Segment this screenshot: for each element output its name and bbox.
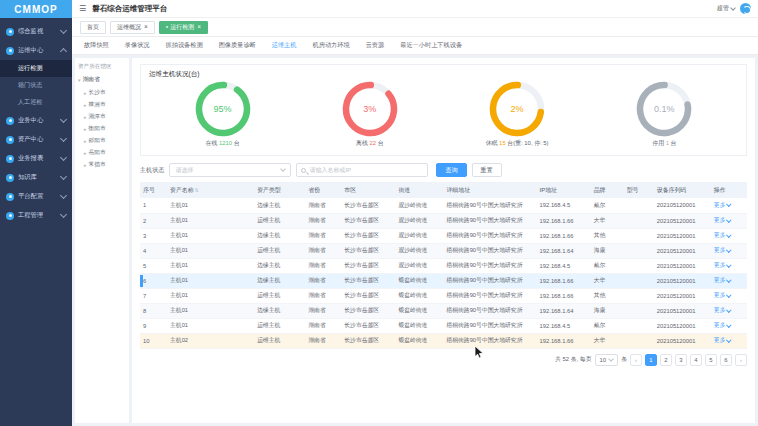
- tab-run-check[interactable]: ●运行检测×: [159, 21, 208, 34]
- tree-node-city[interactable]: ▸湘潭市: [78, 111, 126, 123]
- page-button-4[interactable]: 4: [690, 354, 702, 366]
- more-button[interactable]: 更多: [714, 322, 726, 328]
- sidebar-item-label: 业务中心: [18, 116, 61, 125]
- close-icon[interactable]: ×: [197, 24, 201, 31]
- subnav-room-power-env[interactable]: 机房动力环境: [313, 41, 350, 50]
- sidebar-item-business-report[interactable]: 业务报表: [0, 149, 72, 168]
- tab-home[interactable]: 首页: [80, 21, 106, 34]
- column-header: IP地址: [537, 182, 591, 198]
- table-header-row: 序号资产名称⇅资产类型省份市区街道详细地址IP地址品牌型号设备序列码操作: [140, 182, 747, 198]
- tree-node-city[interactable]: ▸长沙市: [78, 87, 126, 99]
- page-size-select[interactable]: 10: [595, 354, 619, 366]
- more-button[interactable]: 更多: [714, 337, 726, 343]
- subnav-image-quality-diagnosis[interactable]: 图像质量诊断: [219, 41, 256, 50]
- table-row[interactable]: 10主机02运维主机湖南省长沙市岳麓区银盆岭街道梧桐街路90号中国大地研究所19…: [140, 333, 747, 348]
- more-button[interactable]: 更多: [714, 277, 726, 283]
- avatar[interactable]: [740, 3, 751, 14]
- cell: 梧桐街路90号中国大地研究所: [443, 318, 536, 333]
- table-row[interactable]: 9主机01运维主机湖南省长沙市岳麓区银盆岭街道梧桐街路90号中国大地研究所192…: [140, 318, 747, 333]
- donut-在线: 95%在线 1210 台: [149, 81, 296, 148]
- subnav-recording-status[interactable]: 录像状况: [125, 41, 150, 50]
- tree-node-city[interactable]: ▸株洲市: [78, 99, 126, 111]
- host-status-select[interactable]: 请选择: [169, 163, 291, 177]
- cell: 戴尔: [591, 318, 624, 333]
- sidebar-subitem-manual-inspection[interactable]: 人工巡检: [0, 94, 72, 111]
- cell: 202105120001: [654, 318, 711, 333]
- cell: 2: [140, 213, 167, 228]
- search-input[interactable]: [309, 167, 423, 173]
- column-header: 操作: [711, 182, 747, 198]
- close-icon[interactable]: ×: [144, 24, 148, 31]
- sidebar-item-ops-center[interactable]: 运维中心: [0, 41, 72, 60]
- sidebar-item-knowledge-base[interactable]: 知识库: [0, 168, 72, 187]
- cell: 银盆岭街道: [395, 288, 443, 303]
- more-button[interactable]: 更多: [714, 262, 726, 268]
- page-button-6[interactable]: 6: [720, 354, 732, 366]
- tree-children: ▸长沙市▸株洲市▸湘潭市▸衡阳市▸邵阳市▸岳阳市▸常德市: [78, 87, 126, 171]
- cell: 观沙岭街道: [395, 228, 443, 243]
- page-button-1[interactable]: 1: [645, 354, 657, 366]
- column-header: 序号: [140, 182, 167, 198]
- filter-bar: 主机状态 请选择 查询 重置: [140, 163, 747, 177]
- sidebar-item-project-mgmt[interactable]: 工程管理: [0, 206, 72, 225]
- chevron-down-icon: [727, 217, 732, 222]
- reset-button[interactable]: 重置: [472, 163, 502, 177]
- tree-node-city[interactable]: ▸常德市: [78, 159, 126, 171]
- table-row[interactable]: 5主机01边缘主机湖南省长沙市岳麓区观沙岭街道梧桐街路90号中国大地研究所192…: [140, 258, 747, 273]
- sidebar-subitem-run-check[interactable]: 运行检测: [0, 60, 72, 77]
- hamburger-icon[interactable]: ☰: [79, 4, 86, 13]
- subnav-ops-host[interactable]: 运维主机: [272, 41, 297, 50]
- table-row[interactable]: 6主机01边缘主机湖南省长沙市岳麓区银盆岭街道梧桐街路90号中国大地研究所192…: [140, 273, 747, 288]
- next-page-button[interactable]: ›: [735, 354, 747, 366]
- table-row[interactable]: 1主机01边缘主机湖南省长沙市岳麓区观沙岭街道梧桐街路90号中国大地研究所192…: [140, 198, 747, 213]
- tree-node-city[interactable]: ▸衡阳市: [78, 123, 126, 135]
- tab-label: 运行检测: [170, 23, 194, 32]
- cell: 1: [140, 198, 167, 213]
- page-button-2[interactable]: 2: [660, 354, 672, 366]
- subnav-fault-snapshot[interactable]: 故障快照: [84, 41, 109, 50]
- tree-node-city[interactable]: ▸岳阳市: [78, 147, 126, 159]
- more-button[interactable]: 更多: [714, 232, 726, 238]
- cell: [624, 228, 654, 243]
- tree-title: 资产所在辖区: [78, 63, 126, 71]
- cell: 观沙岭街道: [395, 258, 443, 273]
- more-button[interactable]: 更多: [714, 247, 726, 253]
- chevron-down-icon: [60, 135, 67, 142]
- cell: 主机01: [167, 303, 254, 318]
- app-root: CMMOP 综合监视运维中心运行检测箱门状态人工巡检业务中心资产中心业务报表知识…: [0, 0, 758, 426]
- donut-离线: 3%离线 22 台: [296, 81, 443, 148]
- table-row[interactable]: 4主机01运维主机湖南省长沙市岳麓区观沙岭街道梧桐街路90号中国大地研究所192…: [140, 243, 747, 258]
- subnav-cloud-resource[interactable]: 云资源: [366, 41, 385, 50]
- table-row[interactable]: 8主机01边缘主机湖南省长沙市岳麓区银盆岭街道梧桐街路90号中国大地研究所192…: [140, 303, 747, 318]
- tab-ops-overview[interactable]: 运维概况×: [110, 21, 155, 34]
- sidebar-item-platform-config[interactable]: 平台配置: [0, 187, 72, 206]
- more-button[interactable]: 更多: [714, 292, 726, 298]
- cell-actions: 更多: [711, 198, 747, 213]
- tree-node-province[interactable]: ▾ 湖南省: [78, 75, 126, 84]
- more-button[interactable]: 更多: [714, 217, 726, 223]
- user-menu[interactable]: 超管: [717, 4, 729, 13]
- more-button[interactable]: 更多: [714, 202, 726, 208]
- unit-text: 条: [621, 355, 627, 364]
- tree-node-city[interactable]: ▸邵阳市: [78, 135, 126, 147]
- subnav-capture-device-check[interactable]: 抓拍设备检测: [166, 41, 203, 50]
- host-table: 序号资产名称⇅资产类型省份市区街道详细地址IP地址品牌型号设备序列码操作 1主机…: [140, 182, 747, 349]
- sidebar-item-asset-center[interactable]: 资产中心: [0, 130, 72, 149]
- cell: 202105120001: [654, 198, 711, 213]
- query-button[interactable]: 查询: [436, 163, 466, 177]
- sidebar-subitem-door-status[interactable]: 箱门状态: [0, 77, 72, 94]
- cell: 长沙市岳麓区: [341, 258, 395, 273]
- cell: 湖南省: [305, 213, 341, 228]
- prev-page-button[interactable]: ‹: [630, 354, 642, 366]
- sort-icon[interactable]: ⇅: [195, 187, 199, 193]
- table-row[interactable]: 2主机01运维主机湖南省长沙市岳麓区观沙岭街道梧桐街路90号中国大地研究所192…: [140, 213, 747, 228]
- cell: [624, 213, 654, 228]
- table-row[interactable]: 3主机01边缘主机湖南省长沙市岳麓区观沙岭街道梧桐街路90号中国大地研究所192…: [140, 228, 747, 243]
- table-row[interactable]: 7主机01运维主机湖南省长沙市岳麓区银盆岭街道梧桐街路90号中国大地研究所192…: [140, 288, 747, 303]
- sidebar-item-monitor[interactable]: 综合监视: [0, 22, 72, 41]
- sidebar-item-business-center[interactable]: 业务中心: [0, 111, 72, 130]
- page-button-3[interactable]: 3: [675, 354, 687, 366]
- subnav-recent-online-offline[interactable]: 最近一小时上下线设备: [400, 41, 462, 50]
- more-button[interactable]: 更多: [714, 307, 726, 313]
- page-button-5[interactable]: 5: [705, 354, 717, 366]
